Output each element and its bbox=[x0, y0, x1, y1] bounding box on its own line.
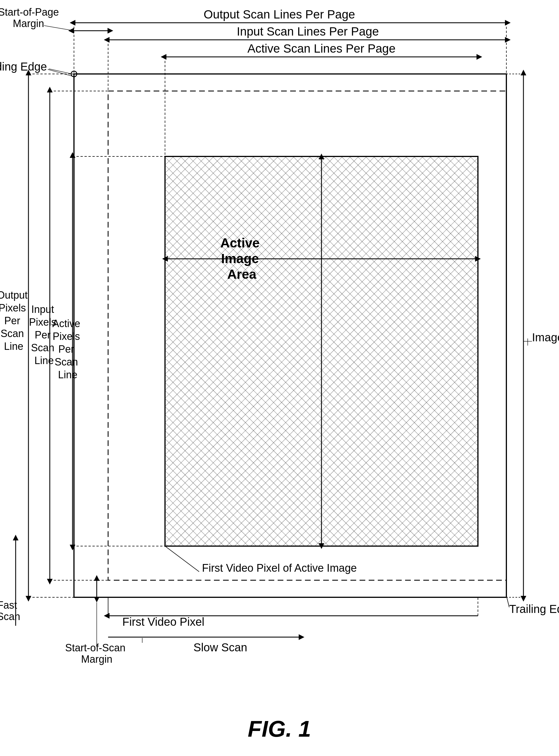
svg-marker-13 bbox=[161, 54, 166, 60]
svg-line-55 bbox=[165, 546, 199, 572]
output-scan-lines-label: Output Scan Lines Per Page bbox=[204, 8, 355, 21]
svg-marker-41 bbox=[104, 613, 110, 619]
first-video-pixel-active-label: First Video Pixel of Active Image bbox=[202, 562, 357, 574]
svg-marker-51 bbox=[108, 28, 113, 33]
active-scan-lines-label: Active Scan Lines Per Page bbox=[247, 42, 396, 55]
svg-marker-11 bbox=[505, 37, 511, 43]
slow-scan-label: Slow Scan bbox=[194, 641, 247, 654]
svg-marker-46 bbox=[13, 535, 19, 541]
svg-marker-8 bbox=[505, 20, 511, 26]
input-scan-lines-label: Input Scan Lines Per Page bbox=[237, 25, 379, 38]
fast-scan-label: Fast Scan bbox=[0, 599, 20, 622]
first-video-pixel-label: First Video Pixel bbox=[122, 616, 204, 628]
diagram: Output Scan Lines Per Page Input Scan Li… bbox=[0, 0, 559, 756]
svg-marker-43 bbox=[521, 70, 526, 75]
svg-line-56 bbox=[44, 26, 74, 31]
svg-marker-48 bbox=[299, 634, 305, 640]
svg-line-63 bbox=[507, 598, 509, 607]
output-pixels-per-scan-line: Output Pixels Per Scan Line bbox=[0, 289, 30, 352]
svg-marker-44 bbox=[521, 596, 526, 601]
image-label: Image bbox=[532, 331, 559, 344]
svg-marker-14 bbox=[476, 54, 482, 60]
svg-marker-21 bbox=[26, 596, 31, 601]
svg-marker-53 bbox=[94, 575, 99, 581]
svg-marker-54 bbox=[94, 597, 99, 602]
svg-marker-7 bbox=[70, 20, 75, 26]
svg-marker-10 bbox=[104, 37, 110, 43]
trailing-edge-label: Trailing Edge bbox=[509, 603, 559, 615]
figure-label: FIG. 1 bbox=[248, 716, 311, 741]
svg-marker-26 bbox=[47, 579, 53, 585]
svg-marker-25 bbox=[47, 87, 53, 92]
start-of-page-margin-label: Start-of-Page bbox=[0, 6, 59, 18]
leading-edge-label: Leading Edge bbox=[0, 60, 47, 73]
svg-line-57 bbox=[48, 69, 72, 76]
start-of-page-margin-label2: Margin bbox=[13, 18, 44, 29]
